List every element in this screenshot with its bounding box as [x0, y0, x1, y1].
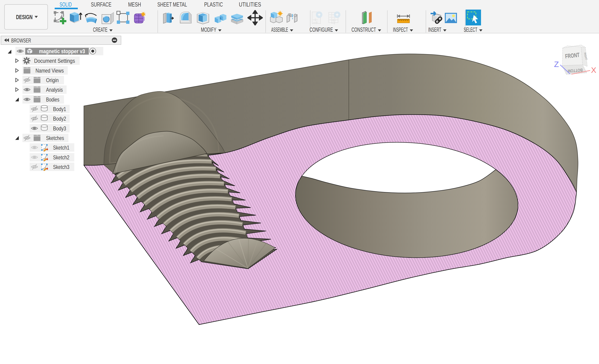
svg-text:ASSEMBLE: ASSEMBLE: [271, 26, 288, 33]
svg-text:Body3: Body3: [53, 125, 66, 132]
svg-text:PLASTIC: PLASTIC: [204, 1, 223, 8]
svg-text:Bodies: Bodies: [46, 96, 59, 103]
svg-text:Z: Z: [554, 60, 559, 69]
svg-text:Body2: Body2: [53, 116, 66, 122]
svg-text:SHEET METAL: SHEET METAL: [158, 1, 187, 8]
svg-text:UTILITIES: UTILITIES: [239, 1, 261, 8]
svg-text:INSPECT: INSPECT: [393, 26, 408, 33]
svg-text:BROWSER: BROWSER: [11, 37, 31, 44]
svg-text:Sketches: Sketches: [46, 135, 64, 141]
svg-text:Body1: Body1: [53, 106, 66, 112]
svg-text:MODIFY: MODIFY: [201, 26, 216, 33]
svg-text:Sketch3: Sketch3: [53, 164, 69, 170]
svg-text:Origin: Origin: [46, 77, 59, 83]
svg-text:CONSTRUCT: CONSTRUCT: [352, 26, 376, 33]
svg-text:Analysis: Analysis: [46, 86, 63, 93]
svg-text:INSERT: INSERT: [428, 26, 441, 33]
svg-text:X: X: [591, 66, 596, 75]
svg-text:Sketch2: Sketch2: [53, 154, 69, 161]
svg-text:Named Views: Named Views: [35, 68, 64, 74]
svg-text:Document Settings: Document Settings: [34, 58, 75, 64]
svg-text:magnetic stopper v3: magnetic stopper v3: [39, 48, 85, 54]
svg-text:CONFIGURE: CONFIGURE: [309, 26, 333, 33]
svg-text:SELECT: SELECT: [464, 26, 477, 33]
svg-text:Sketch1: Sketch1: [53, 144, 69, 151]
